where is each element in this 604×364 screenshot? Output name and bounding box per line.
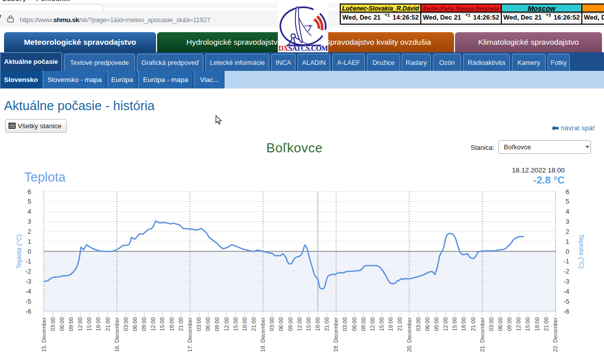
svg-text:22. December: 22. December: [552, 317, 558, 352]
svg-text:1: 1: [566, 238, 569, 245]
svg-text:-5: -5: [25, 298, 31, 305]
svg-text:-4: -4: [563, 288, 569, 295]
svg-text:03:00: 03:00: [196, 317, 202, 331]
svg-text:21:00: 21:00: [324, 317, 330, 331]
svg-text:-3: -3: [563, 278, 569, 285]
svg-text:4: 4: [566, 208, 569, 215]
svg-text:21. December: 21. December: [479, 317, 485, 352]
svg-text:06:00: 06:00: [205, 317, 211, 331]
svg-text:18:00: 18:00: [95, 317, 101, 331]
svg-text:09:00: 09:00: [433, 317, 439, 331]
svg-text:12:00: 12:00: [369, 317, 375, 331]
svg-text:03:00: 03:00: [342, 317, 348, 331]
svg-text:06:00: 06:00: [351, 317, 357, 331]
svg-text:03:00: 03:00: [123, 317, 129, 331]
svg-text:21:00: 21:00: [251, 317, 257, 331]
svg-text:0: 0: [566, 248, 569, 255]
svg-text:21:00: 21:00: [178, 317, 184, 331]
svg-text:12:00: 12:00: [442, 317, 448, 331]
svg-text:18:00: 18:00: [534, 317, 540, 331]
svg-text:17. December: 17. December: [187, 317, 193, 352]
svg-text:20. December: 20. December: [406, 317, 412, 352]
svg-text:03:00: 03:00: [50, 317, 56, 331]
svg-text:1: 1: [28, 238, 31, 245]
svg-text:15:00: 15:00: [524, 317, 531, 331]
svg-text:4: 4: [28, 208, 31, 215]
svg-text:12:00: 12:00: [150, 317, 156, 331]
svg-text:2: 2: [566, 228, 569, 235]
svg-text:18. December: 18. December: [260, 317, 266, 352]
svg-text:5: 5: [28, 198, 31, 205]
svg-text:21:00: 21:00: [397, 317, 403, 331]
svg-text:09:00: 09:00: [214, 317, 220, 331]
svg-text:0: 0: [28, 248, 31, 255]
svg-text:09:00: 09:00: [141, 317, 147, 331]
svg-text:15:00: 15:00: [233, 317, 239, 331]
svg-text:Teplota (°C): Teplota (°C): [15, 234, 23, 269]
svg-text:-6: -6: [563, 308, 569, 315]
svg-text:15:00: 15:00: [379, 317, 385, 331]
svg-text:19. December: 19. December: [333, 317, 339, 352]
svg-text:18:00: 18:00: [461, 317, 467, 331]
svg-text:3: 3: [566, 218, 569, 225]
svg-text:2: 2: [28, 228, 31, 235]
svg-text:06:00: 06:00: [424, 317, 430, 331]
svg-text:-5: -5: [563, 298, 569, 305]
svg-text:-3: -3: [25, 278, 31, 285]
svg-text:03:00: 03:00: [269, 317, 275, 331]
svg-text:12:00: 12:00: [515, 317, 521, 331]
svg-text:12:00: 12:00: [296, 317, 303, 331]
svg-text:21:00: 21:00: [470, 317, 476, 331]
svg-text:15:00: 15:00: [86, 317, 92, 331]
svg-text:15:00: 15:00: [159, 317, 165, 331]
svg-text:15:00: 15:00: [451, 317, 458, 331]
svg-text:18:00: 18:00: [388, 317, 394, 331]
svg-text:09:00: 09:00: [506, 317, 512, 331]
svg-text:15. December: 15. December: [41, 317, 47, 352]
svg-text:12:00: 12:00: [223, 317, 230, 331]
svg-text:18:00: 18:00: [315, 317, 321, 331]
svg-text:6: 6: [566, 188, 569, 196]
svg-text:03:00: 03:00: [415, 317, 421, 331]
svg-text:-1: -1: [563, 257, 569, 265]
svg-text:-2: -2: [563, 267, 569, 275]
svg-text:21:00: 21:00: [543, 317, 549, 331]
svg-text:18:00: 18:00: [169, 317, 175, 331]
svg-text:06:00: 06:00: [132, 317, 138, 331]
svg-text:06:00: 06:00: [278, 317, 284, 331]
svg-text:21:00: 21:00: [105, 317, 111, 331]
svg-text:03:00: 03:00: [488, 317, 494, 331]
svg-text:18:00: 18:00: [242, 317, 248, 331]
svg-text:5: 5: [566, 198, 569, 205]
svg-text:09:00: 09:00: [287, 317, 293, 331]
svg-text:12:00: 12:00: [77, 317, 83, 331]
svg-text:-2: -2: [25, 267, 31, 275]
svg-text:6: 6: [28, 188, 31, 196]
svg-text:-4: -4: [25, 288, 31, 295]
svg-text:15:00: 15:00: [306, 317, 312, 331]
svg-text:09:00: 09:00: [360, 317, 366, 331]
svg-text:3: 3: [28, 218, 31, 225]
svg-text:16. December: 16. December: [114, 317, 120, 352]
svg-text:-1: -1: [25, 257, 31, 265]
svg-text:06:00: 06:00: [497, 317, 503, 331]
svg-text:-6: -6: [25, 308, 31, 315]
svg-text:Teplota (°C): Teplota (°C): [578, 234, 585, 269]
svg-text:06:00: 06:00: [59, 317, 65, 331]
svg-text:09:00: 09:00: [68, 317, 74, 331]
